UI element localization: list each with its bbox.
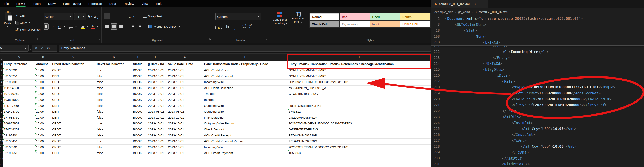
cell-A6[interactable]: 107770750 (3, 91, 35, 97)
cell-I2[interactable]: GSNULXSKMMJ479NMKS (288, 68, 431, 74)
font-color-dropdown-icon[interactable] (97, 26, 98, 27)
format-painter-button[interactable]: Format Painter (15, 28, 41, 31)
code-line[interactable]: 222</Refs> (432, 108, 644, 114)
cell-C2[interactable]: CRDT (51, 68, 96, 74)
code-line[interactable]: 216<TxDtls> (432, 72, 644, 78)
cell-E12[interactable]: BOOK (132, 127, 145, 133)
cell-B12[interactable]: 10.00 (35, 127, 51, 133)
cell-E11[interactable]: BOOK (132, 121, 145, 127)
align-center-button[interactable] (111, 23, 117, 30)
cell-G10[interactable]: 2023-10-01 (167, 115, 203, 121)
code-line[interactable]: 218<MsgId>20230928LTERMID100000312221631… (432, 84, 644, 90)
cell-F10[interactable]: 2023-10-01 (145, 115, 167, 121)
cell-D2[interactable]: true (96, 68, 132, 74)
formula-bar-handle[interactable] (30, 46, 30, 50)
cell-G5[interactable]: 2023-10-01 (167, 86, 203, 92)
cell-A15[interactable]: 52198501 (3, 145, 35, 151)
merge-centre-button[interactable]: ↔Merge & Centre (148, 25, 180, 28)
code-line[interactable]: 225<Amt Ccy="USD">10.00</Amt> (432, 126, 644, 132)
row-header-17[interactable]: 17 (0, 156, 3, 162)
cell-G2[interactable]: 2023-10-01 (167, 68, 203, 74)
cell-A12[interactable]: 274748251 (3, 127, 35, 133)
format-as-table-button[interactable]: Format asTable (290, 12, 306, 24)
cell-A17[interactable] (3, 156, 35, 162)
cell-style-good[interactable]: Good (370, 14, 400, 20)
menu-home[interactable]: Home (16, 0, 25, 7)
column-header-C[interactable]: C (51, 54, 96, 61)
cell-F18[interactable] (145, 162, 167, 167)
code-line[interactable]: 214</BkTxCd> (432, 61, 644, 67)
align-right-button[interactable] (118, 23, 124, 30)
align-left-button[interactable] (104, 23, 110, 30)
row-header-5[interactable]: 5 (0, 86, 3, 92)
cell-H7[interactable]: Interest (203, 97, 288, 103)
fill-color-button[interactable] (80, 23, 86, 30)
code-line[interactable]: 212<Cd>Incoming Wire</Cd> (432, 49, 644, 55)
cell-G11[interactable]: 2023-10-01 (167, 121, 203, 127)
row-header-15[interactable]: 15 (0, 145, 3, 151)
cell-B14[interactable]: 10.00 (35, 139, 51, 145)
row-header-10[interactable]: 10 (0, 115, 3, 121)
cell-B8[interactable]: 10.00 (35, 103, 51, 109)
cell-B17[interactable] (35, 156, 51, 162)
cell-A16[interactable]: 52198551 (3, 150, 35, 156)
align-middle-button[interactable] (111, 13, 117, 19)
cell-I5[interactable]: cs3SJXv1RN_20230918_A (288, 86, 431, 92)
code-line[interactable]: 217<Refs> (432, 78, 644, 84)
cell-A5[interactable]: 111214350 (3, 86, 35, 92)
cell-A9[interactable]: 172404700 (3, 109, 35, 115)
header-cell-C[interactable]: Credit Debit Indicator (51, 61, 96, 68)
italic-button[interactable]: I (50, 23, 55, 30)
cell-I8[interactable]: ntsub_Of6teoIeoK9HKo (288, 103, 431, 109)
cell-C14[interactable]: CRDT (51, 139, 96, 145)
fx-dropdown-icon[interactable] (53, 48, 54, 48)
code-line[interactable]: 223<AmtDtls> (432, 114, 644, 120)
cell-G13[interactable]: 2023-10-01 (167, 133, 203, 139)
row-header-3[interactable]: 3 (0, 74, 3, 80)
cell-D7[interactable]: false (96, 97, 132, 103)
cell-I7[interactable] (288, 97, 431, 103)
cell-style-normal[interactable]: Normal (310, 14, 340, 20)
cell-style-linked-cell[interactable]: Linked Cell (400, 21, 430, 28)
cell-style-bad[interactable]: Bad (340, 14, 370, 20)
column-header-G[interactable]: G (167, 54, 203, 61)
header-cell-G[interactable]: Value Date / Date (167, 61, 203, 68)
row-header-7[interactable]: 7 (0, 97, 3, 103)
cell-E13[interactable]: BOOK (132, 133, 145, 139)
conditional-formatting-button[interactable]: ConditionalFormatting (270, 12, 289, 25)
cell-D10[interactable]: false (96, 115, 132, 121)
header-cell-I[interactable]: Entry Details / Transaction Details / Re… (288, 61, 431, 68)
cell-F7[interactable]: 2023-10-01 (145, 97, 167, 103)
row-header-16[interactable]: 16 (0, 150, 3, 156)
header-cell-B[interactable]: Amount (35, 61, 51, 68)
cell-E4[interactable]: BOOK (132, 80, 145, 86)
code-line[interactable]: 227<TxAmt> (432, 138, 644, 144)
cell-A10[interactable]: 177684750 (3, 115, 35, 121)
cell-D14[interactable]: true (96, 139, 132, 145)
formula-input[interactable]: Entry Reference (59, 45, 431, 52)
cell-E14[interactable]: BOOK (132, 139, 145, 145)
column-header-H[interactable]: H (203, 54, 288, 61)
cell-A18[interactable] (3, 162, 35, 167)
cell-A8[interactable]: 111217750 (3, 103, 35, 109)
name-box[interactable]: A1 (0, 45, 28, 52)
cell-B16[interactable]: 10.00 (35, 150, 51, 156)
increase-indent-button[interactable]: →☰ (136, 23, 142, 30)
cell-B5[interactable]: 10.00 (35, 86, 51, 92)
cell-F5[interactable]: 2023-10-01 (145, 86, 167, 92)
row-header-6[interactable]: 6 (0, 91, 3, 97)
cell-C15[interactable]: CRDT (51, 145, 96, 151)
cell-C6[interactable]: CRDT (51, 91, 96, 97)
row-header-14[interactable]: 14 (0, 139, 3, 145)
cell-D9[interactable]: false (96, 109, 132, 115)
cell-E18[interactable] (132, 162, 145, 167)
row-header-8[interactable]: 8 (0, 103, 3, 109)
cell-style-input[interactable]: Input (370, 21, 400, 28)
cell-F9[interactable]: 2023-08-02 (145, 109, 167, 115)
cell-B3[interactable]: 10.00 (35, 74, 51, 80)
cell-G9[interactable]: 2023-08-02 (167, 109, 203, 115)
cell-D18[interactable] (96, 162, 132, 167)
wrap-text-button[interactable]: Wrap Text (143, 14, 162, 18)
menu-data[interactable]: Data (109, 0, 116, 7)
code-line[interactable]: 229</TxAmt> (432, 150, 644, 156)
